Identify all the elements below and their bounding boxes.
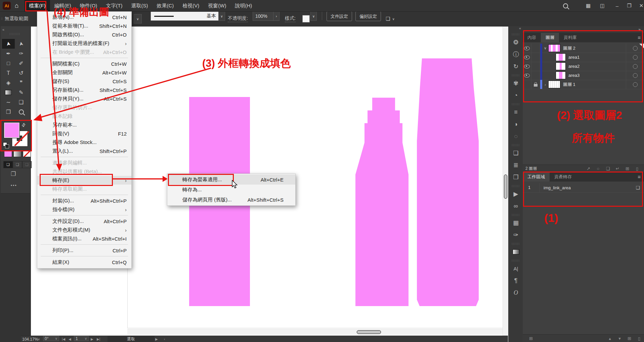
- delete-artboard-icon[interactable]: ▯: [634, 336, 644, 341]
- lock-toggle[interactable]: [531, 53, 540, 62]
- rotate-tool-icon[interactable]: ↺: [15, 68, 28, 78]
- vertical-scrollbar[interactable]: [503, 26, 508, 336]
- lock-toggle[interactable]: [531, 44, 540, 53]
- gradient-button[interactable]: [13, 151, 22, 157]
- file-menu-item-從範本新增(T)...[interactable]: 從範本新增(T)...Shift+Ctrl+N: [37, 21, 131, 30]
- layer-name[interactable]: area2: [568, 64, 626, 69]
- style-label[interactable]: 樣式:: [285, 15, 296, 22]
- selection-tool-icon[interactable]: ➤: [2, 39, 15, 49]
- file-menu-item-封裝(G)...[interactable]: 封裝(G)...Alt+Shift+Ctrl+P: [37, 196, 131, 205]
- stroke-profile-chevron-icon[interactable]: ∨: [218, 11, 225, 21]
- document-setup-button[interactable]: 文件設定: [327, 11, 352, 21]
- arrange-documents-icon[interactable]: ◫: [597, 0, 607, 11]
- draw-behind-mode-button[interactable]: ❏: [13, 161, 22, 168]
- workspace-switcher-icon[interactable]: ▦: [583, 0, 593, 11]
- artboard-nav-field[interactable]: 1∨: [74, 336, 89, 341]
- prev-artboard-icon[interactable]: ◀: [69, 336, 71, 342]
- visibility-toggle[interactable]: [523, 44, 531, 53]
- dock-grip-icon[interactable]: ||||||: [509, 212, 523, 217]
- layer-row-area1[interactable]: area1: [523, 53, 644, 62]
- file-menu-item-指令檔(R)[interactable]: 指令檔(R)›: [37, 205, 131, 214]
- file-menu-item-關閉檔案(C)[interactable]: 關閉檔案(C)Ctrl+W: [37, 59, 131, 68]
- dock-grip-icon[interactable]: ||||||: [509, 32, 523, 36]
- first-artboard-icon[interactable]: |◀: [62, 336, 65, 342]
- swap-fill-stroke-icon[interactable]: ⇄: [20, 121, 27, 128]
- color-panel-icon[interactable]: ✾: [509, 77, 523, 89]
- color-guide-panel-icon[interactable]: ◔: [509, 89, 523, 101]
- artboard-list-item[interactable]: 1 img_link_area ❏: [523, 183, 644, 193]
- file-menu-item-轉存選取範圍...[interactable]: 轉存選取範圍...: [37, 185, 131, 193]
- collect-for-export-icon[interactable]: ↗: [584, 166, 593, 171]
- rotation-field[interactable]: 0°∨: [43, 336, 59, 341]
- file-menu-item-另存範本...[interactable]: 另存範本...: [37, 120, 131, 129]
- draw-inside-mode-button[interactable]: ❏: [22, 161, 32, 168]
- style-swatch[interactable]: [302, 15, 310, 22]
- move-down-icon[interactable]: ▾: [615, 336, 625, 341]
- move-up-icon[interactable]: ▴: [605, 336, 615, 341]
- artboard-tool-icon[interactable]: ❒: [2, 107, 15, 117]
- pink-bottle-area3[interactable]: [417, 58, 479, 306]
- actions-panel-icon[interactable]: ▶: [509, 188, 523, 200]
- align-panel-icon[interactable]: ≣: [509, 159, 523, 171]
- layer-target[interactable]: [626, 80, 644, 89]
- paragraph-panel-icon[interactable]: ¶: [509, 275, 523, 287]
- file-menu-item-共用以供審核 (Beta)...[interactable]: 共用以供審核 (Beta)...: [37, 167, 131, 176]
- layer-target[interactable]: [626, 71, 644, 80]
- layer-thumbnail[interactable]: [556, 62, 566, 70]
- dock-grip-icon[interactable]: ||||||: [509, 183, 523, 188]
- make-mask-icon[interactable]: ❏: [603, 166, 613, 171]
- collapse-dock-icon[interactable]: «: [509, 26, 523, 32]
- locate-object-icon[interactable]: ○: [593, 166, 603, 171]
- layer-row-area3[interactable]: area3: [523, 71, 644, 80]
- stroke-profile-dropdown[interactable]: 基本: [151, 11, 219, 21]
- opacity-input[interactable]: 100%: [253, 11, 276, 21]
- tab-圖層[interactable]: 圖層: [541, 33, 559, 42]
- pink-bottle-area2[interactable]: [355, 98, 409, 306]
- tab-資產轉存[interactable]: 資產轉存: [550, 172, 576, 182]
- layer-target[interactable]: [626, 53, 644, 62]
- graphic-styles-panel-icon[interactable]: O: [509, 287, 523, 299]
- file-menu-item-搜尋 Adobe Stock...[interactable]: 搜尋 Adobe Stock...: [37, 138, 131, 147]
- visibility-toggle[interactable]: [523, 62, 531, 71]
- visibility-toggle[interactable]: [523, 71, 531, 80]
- menubar-item-5[interactable]: 選取(S): [127, 0, 152, 11]
- tab-menu-icon[interactable]: ≡: [638, 33, 644, 42]
- artboard-page-icon[interactable]: ❏: [636, 185, 644, 190]
- panel-expand-icon[interactable]: »: [523, 26, 644, 33]
- direct-selection-tool-icon[interactable]: ➤: [15, 39, 28, 49]
- shape-builder-tool-icon[interactable]: ❑: [15, 97, 28, 107]
- file-menu-item-版本記錄[interactable]: 版本記錄: [37, 112, 131, 120]
- color-button[interactable]: [4, 151, 12, 157]
- file-menu-item-儲存選取的切片...[interactable]: 儲存選取的切片...: [37, 103, 131, 112]
- collapse-toolbar-icon[interactable]: «: [2, 28, 4, 32]
- tab-工作區域[interactable]: 工作區域: [523, 172, 550, 182]
- horizontal-scrollbar[interactable]: [127, 329, 503, 335]
- swatches-panel-icon[interactable]: ▦: [509, 217, 523, 229]
- status-collapse-icon[interactable]: ‹: [164, 336, 165, 342]
- lock-toggle[interactable]: [531, 62, 540, 71]
- layer-name[interactable]: 圖層 2: [563, 45, 626, 51]
- info-panel-icon[interactable]: ⓘ: [509, 48, 523, 60]
- layer-row-area2[interactable]: area2: [523, 62, 644, 71]
- layer-row-圖層 2[interactable]: ∨圖層 2: [523, 44, 644, 53]
- file-menu-item-全部關閉[interactable]: 全部關閉Alt+Ctrl+W: [37, 68, 131, 77]
- eyedropper-tool-icon[interactable]: ✎: [15, 88, 28, 97]
- last-artboard-icon[interactable]: ▶|: [97, 336, 100, 342]
- layer-target[interactable]: [626, 62, 644, 71]
- shaper-tool-icon[interactable]: ❞: [15, 78, 28, 88]
- file-menu-item-文件色彩模式(M)[interactable]: 文件色彩模式(M)›: [37, 226, 131, 234]
- gradient-tool-icon[interactable]: [2, 88, 15, 97]
- new-sublayer-icon[interactable]: ↵: [613, 166, 622, 171]
- layer-name[interactable]: area3: [568, 73, 626, 78]
- hidden-dropdown-chevron-icon[interactable]: ∨: [134, 14, 142, 23]
- layer-name[interactable]: area1: [568, 55, 626, 60]
- close-icon[interactable]: ✕: [636, 0, 644, 11]
- menubar-item-9[interactable]: 說明(H): [230, 0, 256, 11]
- menubar-item-1[interactable]: 檔案(F): [25, 0, 50, 11]
- tab-menu-icon[interactable]: ≡: [638, 172, 644, 182]
- dock-grip-icon[interactable]: ||||||: [509, 258, 523, 262]
- screen-mode-icon[interactable]: ❐: [11, 170, 16, 178]
- layer-expand-icon[interactable]: ›: [542, 83, 548, 87]
- select-similar-icon[interactable]: ❏∨: [386, 11, 395, 26]
- restore-icon[interactable]: ❐: [624, 0, 634, 11]
